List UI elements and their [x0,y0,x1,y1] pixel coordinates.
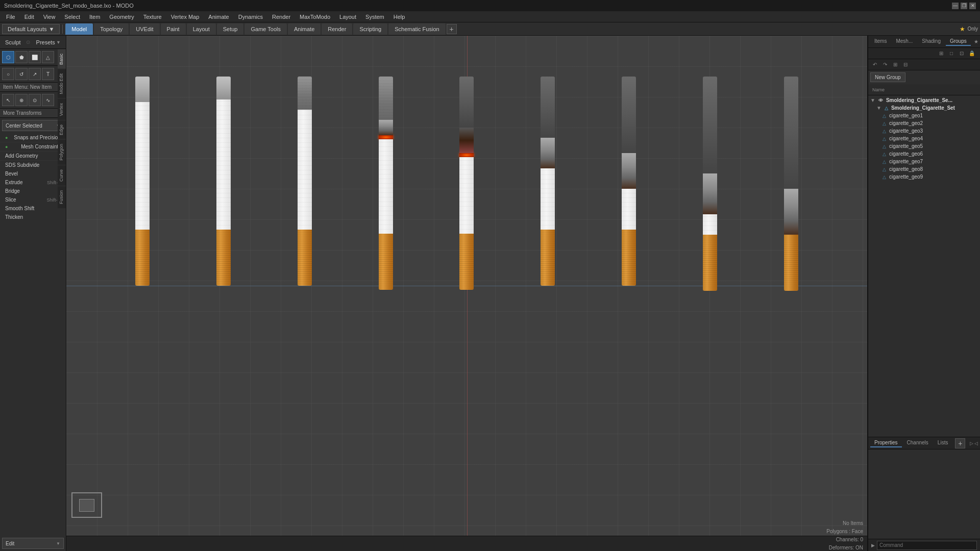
tree-item-geo8[interactable]: △ cigarette_geo8 [868,165,980,173]
tree-root-group[interactable]: ▼ 👁 Smoldering_Cigarette_Se... [868,96,980,104]
tool-scale[interactable]: △ [42,51,54,63]
rph-icon1[interactable]: ⊞ [937,49,945,58]
brt-icon2[interactable]: ◁ [974,441,978,446]
edit-dropdown[interactable]: Edit ▼ [2,538,64,549]
tab-setup[interactable]: Setup [217,23,244,35]
mesh-constraints-item[interactable]: ● Mesh Constraints [0,142,66,151]
menu-animate[interactable]: Animate [204,13,233,21]
right-tab-shading[interactable]: Shading [918,37,945,46]
item-menu-label[interactable]: Item Menu: New Item [0,83,66,92]
tree-item-geo1[interactable]: △ cigarette_geo1 [868,112,980,119]
side-tab-edge[interactable]: Edge [58,120,66,139]
menu-view[interactable]: View [39,13,60,21]
tab-render[interactable]: Render [322,23,352,35]
add-geometry-item[interactable]: Add Geometry [0,152,66,160]
side-tab-modo-edit[interactable]: Modo Edit [58,69,66,98]
tool-circle[interactable]: ○ [2,68,14,80]
bridge-item[interactable]: Bridge [0,187,66,195]
smooth-shift-item[interactable]: Smooth Shift [0,204,66,213]
side-tab-polygon[interactable]: Polygon [58,139,66,165]
brt-add-button[interactable]: + [955,438,965,448]
menu-item[interactable]: Item [85,13,104,21]
add-tab-button[interactable]: + [447,24,457,34]
tab-game-tools[interactable]: Game Tools [244,23,287,35]
menu-select[interactable]: Select [60,13,84,21]
menu-help[interactable]: Help [389,13,409,21]
tab-model[interactable]: Model [65,23,93,35]
brt-channels[interactable]: Channels [903,439,933,447]
slice-item[interactable]: Slice Shift-C [0,195,66,204]
sds-subdivide-item[interactable]: SDS Subdivide D [0,161,66,169]
tool-select[interactable]: ⬡ [2,51,14,63]
rtc-icon1[interactable]: ↶ [870,60,879,69]
tab-schematic-fusion[interactable]: Schematic Fusion [388,23,445,35]
tree-item-geo2[interactable]: △ cigarette_geo2 [868,119,980,127]
brt-lists[interactable]: Lists [934,439,952,447]
tool-circle2[interactable]: ⊙ [29,94,41,106]
tool-wave[interactable]: ∿ [42,94,54,106]
menu-texture[interactable]: Texture [139,13,166,21]
tool-add[interactable]: ⊕ [15,94,28,106]
tab-scripting[interactable]: Scripting [353,23,387,35]
scene-3d[interactable] [66,36,867,536]
brt-icon1[interactable]: ▷ [970,441,973,446]
extrude-item[interactable]: Extrude Shift-X [0,178,66,187]
more-transforms-button[interactable]: More Transforms ▶ [0,109,66,118]
tree-item-geo5[interactable]: △ cigarette_geo5 [868,142,980,150]
brt-properties[interactable]: Properties [870,439,902,447]
tree-item-geo9[interactable]: △ cigarette_geo9 [868,173,980,181]
menu-edit[interactable]: Edit [20,13,38,21]
maximize-button[interactable]: ❐ [961,3,967,9]
tab-layout[interactable]: Layout [187,23,216,35]
sculpt-button[interactable]: Sculpt [2,38,24,46]
rph-icon3[interactable]: ⊡ [958,49,966,58]
snaps-precision-item[interactable]: ● Snaps and Precision [0,133,66,142]
tree-item-geo7[interactable]: △ cigarette_geo7 [868,158,980,165]
menu-render[interactable]: Render [268,13,295,21]
tool-arrow[interactable]: ↗ [29,68,41,80]
tool-rotate[interactable]: ⬜ [29,51,41,63]
tool-move2[interactable]: ↖ [2,94,14,106]
new-group-button[interactable]: New Group [870,72,905,82]
rtc-icon3[interactable]: ⊞ [891,60,900,69]
tab-topology[interactable]: Topology [94,23,129,35]
tree-main-group[interactable]: ▼ △ Smoldering_Cigarette_Set [868,104,980,112]
default-layouts-button[interactable]: Default Layouts ▼ [2,24,60,34]
close-button[interactable]: ✕ [969,3,976,9]
menu-maxtomodo[interactable]: MaxToModo [296,13,334,21]
tab-uvedit[interactable]: UVEdit [130,23,159,35]
rph-icon4[interactable]: 🔒 [968,49,976,58]
side-tab-fusion[interactable]: Fusion [58,186,66,208]
tab-paint[interactable]: Paint [161,23,186,35]
side-tab-curve[interactable]: Curve [58,165,66,186]
tool-text[interactable]: T [42,68,54,80]
tree-item-geo3[interactable]: △ cigarette_geo3 [868,127,980,135]
menu-file[interactable]: File [2,13,19,21]
side-tab-basic[interactable]: Basic [58,49,66,69]
tree-item-geo6[interactable]: △ cigarette_geo6 [868,150,980,158]
menu-system[interactable]: System [361,13,388,21]
command-input[interactable] [877,541,977,550]
menu-vertex-map[interactable]: Vertex Map [167,13,204,21]
side-tab-vertex[interactable]: Vertex [58,98,66,120]
tab-animate[interactable]: Animate [288,23,321,35]
rtc-icon2[interactable]: ↷ [880,60,890,69]
right-tab-mesh[interactable]: Mesh... [892,37,917,46]
presets-button[interactable]: Presets ▼ [32,38,65,46]
tool-move[interactable]: ⬟ [15,51,28,63]
bevel-item[interactable]: Bevel [0,169,66,178]
menu-dynamics[interactable]: Dynamics [234,13,267,21]
tree-item-geo4[interactable]: △ cigarette_geo4 [868,135,980,142]
menu-geometry[interactable]: Geometry [105,13,138,21]
center-selected-dropdown[interactable]: Center Selected ▼ [2,120,64,131]
minimize-button[interactable]: — [952,3,959,9]
menu-layout[interactable]: Layout [335,13,360,21]
right-tab-items[interactable]: Items [870,37,891,46]
right-tab-groups[interactable]: Groups [946,37,971,46]
right-panel-icon1[interactable]: ★ [972,37,980,46]
thicken-item[interactable]: Thicken [0,213,66,221]
scene-tree[interactable]: ▼ 👁 Smoldering_Cigarette_Se... ▼ △ Smold… [868,95,980,437]
tool-rotate2[interactable]: ↺ [15,68,28,80]
rph-icon2[interactable]: □ [947,49,955,58]
rtc-icon4[interactable]: ⊟ [901,60,910,69]
